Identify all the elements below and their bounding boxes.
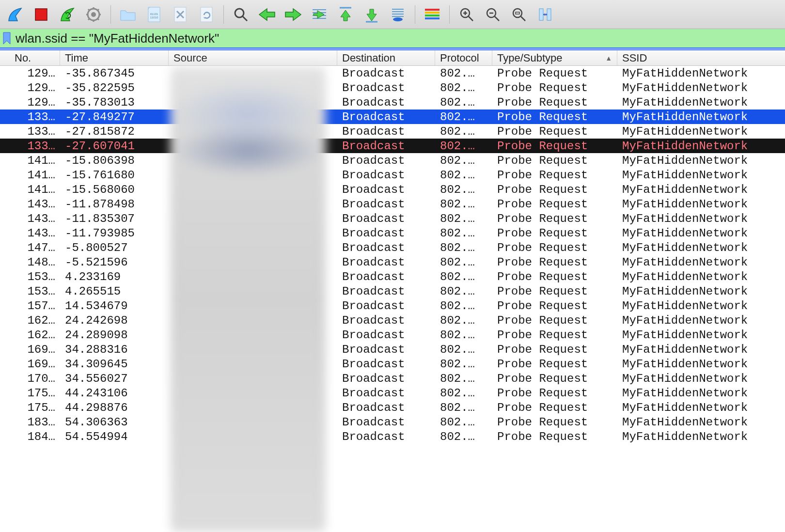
cell-no: 169… [0, 358, 60, 371]
packet-row[interactable]: 157…14.534679Broadcast802.…Probe Request… [0, 298, 785, 313]
cell-proto: 802.… [435, 299, 492, 313]
cell-no: 183… [0, 416, 60, 429]
cell-dst: Broadcast [337, 270, 435, 283]
cell-ssid: MyFatHiddenNetwork [617, 387, 785, 400]
packet-row[interactable]: 148…-5.521596Broadcast802.…Probe Request… [0, 255, 785, 269]
cell-proto: 802.… [435, 67, 492, 80]
find-packet-button[interactable] [229, 3, 253, 26]
restart-capture-button[interactable] [55, 3, 79, 26]
cell-dst: Broadcast [337, 285, 435, 298]
col-header-no[interactable]: No. [0, 50, 60, 65]
zoom-reset-button[interactable] [507, 3, 531, 26]
cell-dst: Broadcast [337, 372, 435, 385]
cell-dst: Broadcast [337, 212, 435, 225]
packet-row[interactable]: 129…-35.822595Broadcast802.…Probe Reques… [0, 80, 785, 95]
capture-options-button[interactable] [81, 3, 106, 26]
col-header-ssid[interactable]: SSID [617, 50, 785, 65]
packet-row[interactable]: 141…-15.806398Broadcast802.…Probe Reques… [0, 153, 785, 168]
col-header-type[interactable]: Type/Subtype▲ [492, 50, 617, 65]
packet-row[interactable]: 170…34.556027Broadcast802.…Probe Request… [0, 371, 785, 386]
cell-dst: Broadcast [337, 387, 435, 400]
close-file-button[interactable] [168, 3, 192, 26]
open-file-button[interactable] [116, 3, 140, 26]
zoom-out-button[interactable] [481, 3, 505, 26]
toolbar-separator [223, 5, 224, 24]
col-label: SSID [622, 52, 647, 64]
col-header-dest[interactable]: Destination [337, 50, 435, 65]
packet-row[interactable]: 133…-27.607041Broadcast802.…Probe Reques… [0, 139, 785, 153]
goto-last-packet-button[interactable] [360, 3, 384, 26]
cell-ssid: MyFatHiddenNetwork [617, 198, 785, 211]
cell-ssid: MyFatHiddenNetwork [617, 154, 785, 167]
col-header-source[interactable]: Source [169, 50, 337, 65]
cell-no: 129… [0, 67, 60, 80]
col-header-protocol[interactable]: Protocol [435, 50, 492, 65]
goto-first-packet-button[interactable] [333, 3, 358, 26]
cell-proto: 802.… [435, 430, 492, 443]
svg-text:01101: 01101 [150, 13, 158, 16]
packet-row[interactable]: 133…-27.849277Broadcast802.…Probe Reques… [0, 110, 785, 124]
packet-row[interactable]: 153…4.265515Broadcast802.…Probe RequestM… [0, 284, 785, 298]
toolbar-separator [110, 5, 111, 24]
autoscroll-button[interactable] [386, 3, 410, 26]
cell-ssid: MyFatHiddenNetwork [617, 125, 785, 138]
packet-row[interactable]: 153…4.233169Broadcast802.…Probe RequestM… [0, 269, 785, 284]
packet-row[interactable]: 143…-11.835307Broadcast802.…Probe Reques… [0, 211, 785, 226]
col-label: Time [65, 52, 88, 64]
cell-ssid: MyFatHiddenNetwork [617, 140, 785, 153]
packet-row[interactable]: 143…-11.878498Broadcast802.…Probe Reques… [0, 197, 785, 211]
reload-file-button[interactable] [194, 3, 219, 26]
cell-proto: 802.… [435, 154, 492, 167]
packet-row[interactable]: 129…-35.867345Broadcast802.…Probe Reques… [0, 66, 785, 80]
cell-type: Probe Request [492, 387, 617, 400]
cell-proto: 802.… [435, 110, 492, 124]
svg-line-7 [88, 9, 90, 11]
sort-asc-icon: ▲ [605, 54, 612, 62]
stop-capture-button[interactable] [29, 3, 53, 26]
shark-fin-icon[interactable] [3, 3, 27, 26]
cell-no: 170… [0, 372, 60, 385]
go-forward-button[interactable] [281, 3, 305, 26]
cell-dst: Broadcast [337, 299, 435, 313]
cell-type: Probe Request [492, 125, 617, 138]
cell-time: 4.265515 [60, 285, 169, 298]
packet-row[interactable]: 183…54.306363Broadcast802.…Probe Request… [0, 415, 785, 429]
packet-row[interactable]: 184…54.554994Broadcast802.…Probe Request… [0, 429, 785, 444]
bookmark-icon[interactable] [1, 31, 13, 46]
display-filter-input[interactable] [16, 31, 785, 46]
packet-row[interactable]: 162…24.289098Broadcast802.…Probe Request… [0, 328, 785, 342]
cell-time: -27.607041 [60, 140, 169, 153]
cell-no: 129… [0, 81, 60, 94]
resize-columns-button[interactable] [533, 3, 557, 26]
cell-dst: Broadcast [337, 343, 435, 356]
packet-row[interactable]: 147…-5.800527Broadcast802.…Probe Request… [0, 240, 785, 255]
packet-row[interactable]: 141…-15.568060Broadcast802.…Probe Reques… [0, 182, 785, 197]
goto-packet-button[interactable] [307, 3, 331, 26]
cell-ssid: MyFatHiddenNetwork [617, 358, 785, 371]
cell-time: -15.806398 [60, 154, 169, 167]
packet-list[interactable]: 129…-35.867345Broadcast802.…Probe Reques… [0, 66, 785, 444]
save-file-button[interactable]: 0110111010 [142, 3, 166, 26]
cell-proto: 802.… [435, 343, 492, 356]
packet-row[interactable]: 162…24.242698Broadcast802.…Probe Request… [0, 313, 785, 328]
packet-row[interactable]: 175…44.243106Broadcast802.…Probe Request… [0, 386, 785, 400]
packet-row[interactable]: 129…-35.783013Broadcast802.…Probe Reques… [0, 95, 785, 110]
zoom-in-button[interactable] [455, 3, 479, 26]
packet-list-header: No. Time Source Destination Protocol Typ… [0, 50, 785, 66]
display-filter-bar [0, 29, 785, 48]
go-back-button[interactable] [255, 3, 279, 26]
colorize-button[interactable] [420, 3, 444, 26]
packet-row[interactable]: 133…-27.815872Broadcast802.…Probe Reques… [0, 124, 785, 139]
cell-type: Probe Request [492, 329, 617, 342]
col-label: Type/Subtype [497, 52, 563, 64]
cell-dst: Broadcast [337, 183, 435, 196]
packet-row[interactable]: 169…34.309645Broadcast802.…Probe Request… [0, 357, 785, 371]
cell-no: 141… [0, 183, 60, 196]
packet-row[interactable]: 169…34.288316Broadcast802.…Probe Request… [0, 342, 785, 357]
packet-row[interactable]: 175…44.298876Broadcast802.…Probe Request… [0, 400, 785, 415]
cell-time: 4.233169 [60, 270, 169, 283]
packet-row[interactable]: 143…-11.793985Broadcast802.…Probe Reques… [0, 226, 785, 240]
col-header-time[interactable]: Time [60, 50, 169, 65]
cell-ssid: MyFatHiddenNetwork [617, 401, 785, 414]
packet-row[interactable]: 141…-15.761680Broadcast802.…Probe Reques… [0, 168, 785, 182]
